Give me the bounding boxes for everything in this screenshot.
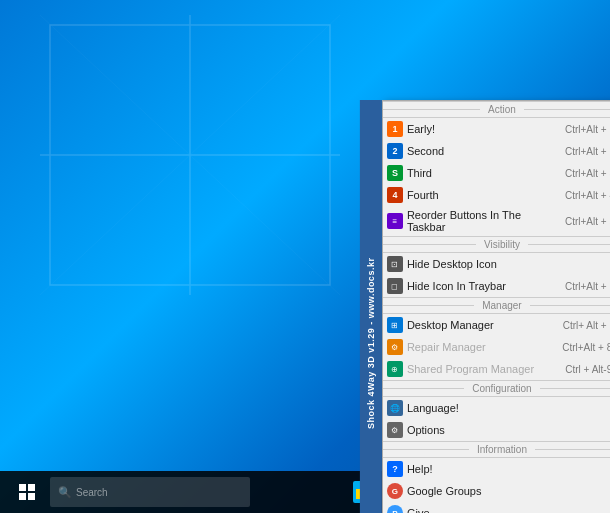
section-manager: Manager: [383, 297, 610, 314]
hide-desktop-icon: ⊡: [387, 256, 403, 272]
reorder-icon: ≡: [387, 213, 403, 229]
menu-item-repair-manager[interactable]: ⚙ Repair Manager Ctrl+Alt + 8.: [383, 336, 610, 358]
context-menu: Action 1 Early! Ctrl+Alt + 1 2 Second Ct…: [382, 100, 610, 513]
menu-item-help[interactable]: ? Help!: [383, 458, 610, 480]
menu-item-early[interactable]: 1 Early! Ctrl+Alt + 1: [383, 118, 610, 140]
help-icon: ?: [387, 461, 403, 477]
section-action: Action: [383, 101, 610, 118]
hide-traybar-icon: ◻: [387, 278, 403, 294]
section-visibility: Visibility: [383, 236, 610, 253]
section-information: Information: [383, 441, 610, 458]
language-icon: 🌐: [387, 400, 403, 416]
menu-item-reorder[interactable]: ≡ Reorder Buttons In The Taskbar Ctrl+Al…: [383, 206, 610, 236]
repair-manager-icon: ⚙: [387, 339, 403, 355]
section-configuration: Configuration: [383, 380, 610, 397]
second-icon: 2: [387, 143, 403, 159]
desktop: Shock 4Way 3D v1.29 - www.docs.kr Action…: [0, 0, 610, 513]
start-button[interactable]: [4, 471, 50, 513]
menu-item-fourth[interactable]: 4 Fourth Ctrl+Alt + 4: [383, 184, 610, 206]
svg-rect-8: [28, 493, 35, 500]
third-icon: S: [387, 165, 403, 181]
taskbar-search[interactable]: 🔍 Search: [50, 477, 250, 507]
early-icon: 1: [387, 121, 403, 137]
vertical-label: Shock 4Way 3D v1.29 - www.docs.kr: [360, 100, 382, 513]
fourth-icon: 4: [387, 187, 403, 203]
menu-item-hide-desktop[interactable]: ⊡ Hide Desktop Icon: [383, 253, 610, 275]
menu-item-second[interactable]: 2 Second Ctrl+Alt + 2: [383, 140, 610, 162]
give-icon: P: [387, 505, 403, 513]
menu-item-hide-traybar[interactable]: ◻ Hide Icon In Traybar Ctrl+Alt + 6: [383, 275, 610, 297]
shared-program-icon: ⊕: [387, 361, 403, 377]
google-groups-icon: G: [387, 483, 403, 499]
menu-item-shared-program[interactable]: ⊕ Shared Program Manager Ctrl + Alt-9.: [383, 358, 610, 380]
menu-item-desktop-manager[interactable]: ⊞ Desktop Manager Ctrl+ Alt + 7: [383, 314, 610, 336]
menu-item-options[interactable]: ⚙ Options: [383, 419, 610, 441]
svg-rect-7: [19, 493, 26, 500]
context-menu-wrapper: Shock 4Way 3D v1.29 - www.docs.kr Action…: [360, 100, 610, 513]
svg-rect-6: [28, 484, 35, 491]
menu-item-google-groups[interactable]: G Google Groups: [383, 480, 610, 502]
svg-rect-5: [19, 484, 26, 491]
menu-item-language[interactable]: 🌐 Language!: [383, 397, 610, 419]
menu-item-give[interactable]: P Give: [383, 502, 610, 513]
menu-item-third[interactable]: S Third Ctrl+Alt + 3: [383, 162, 610, 184]
options-icon: ⚙: [387, 422, 403, 438]
desktop-manager-icon: ⊞: [387, 317, 403, 333]
